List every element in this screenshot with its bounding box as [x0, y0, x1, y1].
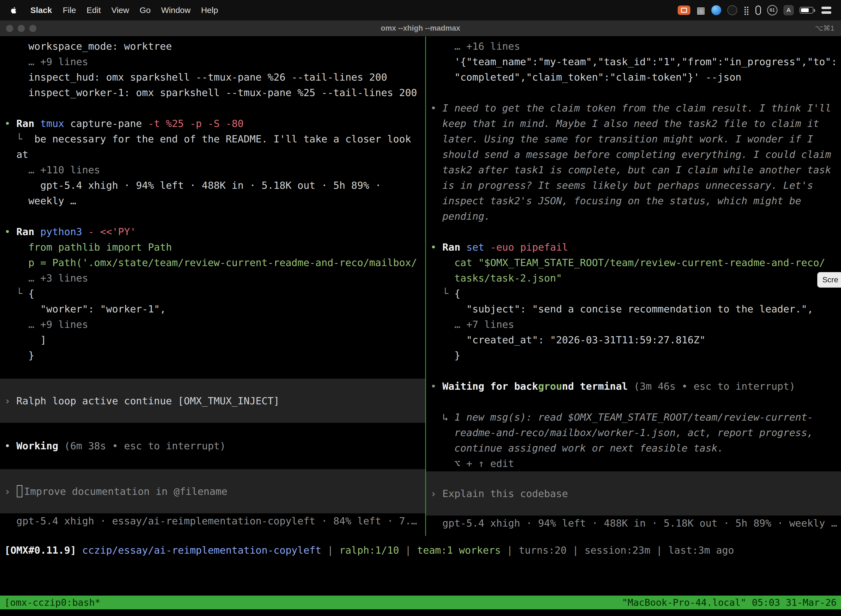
terminal-line: • Ran tmux capture-pane -t %25 -p -S -80 — [0, 116, 425, 131]
grid-app-icon[interactable]: ▦ — [696, 5, 705, 16]
terminal-line: • Ran set -euo pipefail — [426, 239, 841, 255]
blue-app-icon[interactable] — [711, 5, 721, 15]
terminal-line: "worker": "worker-1", — [0, 301, 425, 317]
menu-item-edit[interactable]: Edit — [81, 6, 106, 15]
terminal-line: gpt-5.4 xhigh · 94% left · 488K in · 5.1… — [0, 178, 425, 193]
terminal-line: … +7 lines — [426, 317, 841, 332]
terminal-line: • Ran python3 - <<'PY' — [0, 224, 425, 239]
tmux-status-bar: [omx-cczip0:bash* "MacBook-Pro-44.local"… — [0, 595, 841, 609]
input-source-icon[interactable]: A — [784, 5, 794, 15]
terminal-line: keep that in mind. Maybe I also need the… — [426, 116, 841, 131]
menu-items: FileEditViewGoWindowHelp — [57, 6, 223, 15]
text-cursor — [17, 485, 22, 497]
tmux-session-label: [omx-cczip0:bash* — [4, 595, 100, 609]
terminal-line: … +110 lines — [0, 162, 425, 178]
screen-recording-indicator[interactable] — [678, 6, 690, 15]
window-title: omx --xhigh --madmax — [0, 24, 841, 32]
prompt-bar[interactable]: › Ralph loop active continue [OMX_TMUX_I… — [0, 378, 425, 423]
terminal-line: … +9 lines — [0, 317, 425, 332]
terminal-line: "completed","claim_token":"claim-token"}… — [426, 70, 841, 85]
terminal-line: from pathlib import Path — [0, 239, 425, 255]
terminal-line: "subject": "send a concise recommendatio… — [426, 301, 841, 317]
menu-item-view[interactable]: View — [106, 6, 134, 15]
terminal-line: inspect task2's JSON, focusing on the st… — [426, 193, 841, 209]
terminal-line: • I need to get the claim token from the… — [426, 100, 841, 116]
terminal-line — [426, 224, 841, 239]
terminal-line — [0, 100, 425, 116]
tmux-host-clock: "MacBook-Pro-44.local" 05:03 31-Mar-26 — [622, 595, 837, 609]
terminal-line: } — [426, 348, 841, 363]
battery-icon[interactable] — [800, 7, 813, 13]
menu-item-help[interactable]: Help — [196, 6, 224, 15]
terminal-line: inspect_hud: omx sparkshell --tmux-pane … — [0, 70, 425, 85]
terminal-line: ] — [0, 332, 425, 348]
terminal-line — [0, 423, 425, 438]
terminal-panes: workspace_mode: worktree … +9 lines insp… — [0, 37, 841, 536]
terminal-line: • Waiting for background terminal (3m 46… — [426, 378, 841, 394]
terminal-line: … +3 lines — [0, 270, 425, 286]
terminal-line: gpt-5.4 xhigh · 94% left · 488K in · 5.1… — [426, 516, 841, 531]
active-app-name[interactable]: Slack — [25, 6, 57, 15]
battery-percent-ring[interactable]: 61 — [767, 5, 778, 15]
terminal-line: task2 after task1 is complete, but can I… — [426, 162, 841, 178]
terminal-line — [426, 363, 841, 378]
bottom-spacer — [0, 558, 841, 595]
terminal-line: … +16 lines — [426, 39, 841, 54]
right-pane[interactable]: … +16 lines '{"team_name":"my-team","tas… — [426, 37, 841, 536]
terminal-line: "created_at": "2026-03-31T11:59:27.816Z" — [426, 332, 841, 348]
terminal-line: continue assigned work or next feasible … — [426, 440, 841, 456]
terminal-line: └ be necessary for the end of the README… — [0, 131, 425, 147]
control-center-icon[interactable] — [821, 7, 831, 14]
menu-left: Slack FileEditViewGoWindowHelp — [7, 6, 223, 15]
terminal-line — [426, 85, 841, 100]
dark-app-icon[interactable] — [727, 5, 737, 15]
terminal-line: weekly … — [0, 193, 425, 209]
terminal-line: tasks/task-2.json" — [426, 270, 841, 286]
omx-status-line: [OMX#0.11.9] cczip/essay/ai-reimplementa… — [0, 543, 841, 558]
terminal-line: ↳ 1 new msg(s): read $OMX_TEAM_STATE_ROO… — [426, 409, 841, 425]
terminal-line: • Working (6m 38s • esc to interrupt) — [0, 438, 425, 454]
terminal-line: should send a message before completing … — [426, 147, 841, 162]
terminal-line — [0, 209, 425, 224]
screen-notification[interactable]: Scre — [817, 272, 841, 287]
prompt-bar[interactable]: › Explain this codebase — [426, 471, 841, 516]
terminal-line: readme-and-reco/mailbox/worker-1.json, a… — [426, 425, 841, 440]
terminal-line: workspace_mode: worktree — [0, 39, 425, 54]
terminal-line: pending. — [426, 209, 841, 224]
bottom-strip — [0, 609, 841, 616]
left-pane[interactable]: workspace_mode: worktree … +9 lines insp… — [0, 37, 425, 536]
window-shortcut: ⌥⌘1 — [815, 24, 834, 32]
terminal-line: └ { — [0, 286, 425, 301]
terminal-line: later. Using the same for transition mig… — [426, 131, 841, 147]
utility-app-icon[interactable] — [756, 6, 761, 15]
terminal-line: inspect_worker-1: omx sparkshell --tmux-… — [0, 85, 425, 100]
menu-item-window[interactable]: Window — [156, 6, 196, 15]
terminal-line: └ { — [426, 286, 841, 301]
terminal-line: } — [0, 348, 425, 363]
menu-item-file[interactable]: File — [57, 6, 81, 15]
terminal-line: at — [0, 147, 425, 162]
terminal-line — [0, 363, 425, 378]
window-title-bar: omx --xhigh --madmax ⌥⌘1 — [0, 21, 841, 37]
terminal-line: p = Path('.omx/state/team/review-current… — [0, 255, 425, 270]
menu-bar: Slack FileEditViewGoWindowHelp ▦⣿61A — [0, 0, 841, 21]
terminal-line: '{"team_name":"my-team","task_id":"1","f… — [426, 54, 841, 70]
status-icons: ▦⣿61A — [675, 5, 834, 16]
terminal-line: gpt-5.4 xhigh · essay/ai-reimplementatio… — [0, 513, 425, 529]
terminal-line — [0, 454, 425, 469]
terminal-line: is in progress? It seems likely but perh… — [426, 178, 841, 193]
dots-grid-icon[interactable]: ⣿ — [743, 6, 749, 15]
terminal-line: … +9 lines — [0, 54, 425, 70]
prompt-bar[interactable]: › Improve documentation in @filename — [0, 469, 425, 513]
menu-item-go[interactable]: Go — [134, 6, 156, 15]
terminal-line: ⌥ + ↑ edit — [426, 456, 841, 471]
terminal-line: cat "$OMX_TEAM_STATE_ROOT/team/review-cu… — [426, 255, 841, 270]
terminal-line — [426, 394, 841, 409]
apple-menu-icon[interactable] — [9, 6, 19, 15]
